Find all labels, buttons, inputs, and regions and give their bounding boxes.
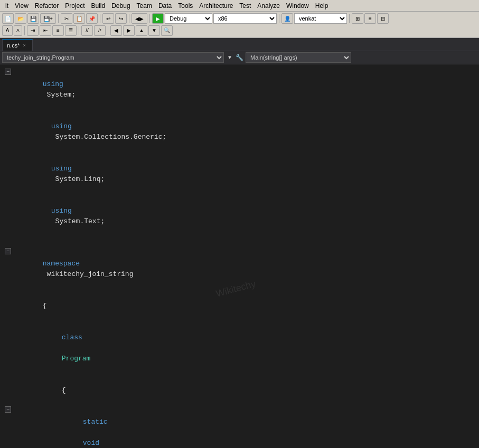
uncomment-btn[interactable]: /* [94,25,106,36]
class-nav-dropdown[interactable]: techy_join_string.Program [2,52,224,63]
nav-bar: techy_join_string.Program ▼ 🔧 Main(strin… [0,51,479,64]
menu-project[interactable]: Project [62,1,88,11]
toolbar-area: 📄 📂 💾 💾+ ✂ 📋 📌 ↩ ↪ ◀▶ ▶ Debug x86 👤 venk… [0,12,479,38]
code-line-1: − using System; [0,69,479,111]
brace-open-class: { [62,386,66,394]
indent-btn[interactable]: ⇥ [27,25,39,36]
format-btn-1[interactable]: ≡ [52,25,64,36]
line-content-1: using System; [16,69,479,111]
menu-help[interactable]: Help [312,1,332,11]
separator-4 [149,14,150,23]
menu-window[interactable]: Window [283,1,312,11]
active-tab[interactable]: n.cs* × [2,39,33,51]
menu-test[interactable]: Test [236,1,254,11]
nav-back-button[interactable]: ◀▶ [132,13,147,24]
collapse-btn-6[interactable]: − [5,248,11,254]
extra-btn-3[interactable]: ⊟ [377,13,389,24]
line-content-3: using System.Linq; [16,153,479,195]
menu-view[interactable]: View [12,1,32,11]
code-line-4: using System.Text; [0,195,479,237]
new-file-button[interactable]: 📄 [2,13,14,24]
separator-3 [129,14,129,23]
outdent-btn[interactable]: ⇤ [40,25,51,36]
line-content-2: using System.Collections.Generic; [16,111,479,153]
nav-arrow: ▼ [226,54,233,62]
profile-icon[interactable]: 👤 [281,13,293,24]
menu-data[interactable]: Data [155,1,175,11]
separator-1 [58,14,59,23]
brace-open-ns: { [43,302,47,310]
comment-btn[interactable]: // [81,25,93,36]
cut-button[interactable]: ✂ [61,13,72,24]
code-line-2: using System.Collections.Generic; [0,111,479,153]
platform-dropdown[interactable]: x86 [213,13,277,24]
collapse-btn-10[interactable]: − [5,406,11,413]
line-content-10: static void Main( string [] args) [16,406,479,448]
save-all-button[interactable]: 💾+ [40,13,56,24]
separator-7 [24,26,25,35]
space-8 [62,344,66,352]
undo-button[interactable]: ↩ [102,13,114,24]
format-btn-2[interactable]: ≣ [65,25,77,36]
ns-text: System.Text; [51,217,105,225]
save-button[interactable]: 💾 [27,13,39,24]
menu-build[interactable]: Build [88,1,109,11]
member-nav-dropdown[interactable]: Main(string[] args) [246,52,351,63]
redo-button[interactable]: ↪ [115,13,127,24]
toolbar-row-2: A A ⇥ ⇤ ≡ ≣ // /* ◀ ▶ ▲ ▼ 🔍 [2,25,477,37]
tab-close-button[interactable]: × [23,43,25,48]
kw-using-2: using [51,122,72,130]
code-line-3: using System.Linq; [0,153,479,195]
font-small-btn[interactable]: A [14,25,22,36]
paste-button[interactable]: 📌 [86,13,98,24]
kw-using-3: using [51,165,72,173]
open-file-button[interactable]: 📂 [15,13,26,24]
collapse-btn-1[interactable]: − [5,69,11,75]
menu-bar: it View Refactor Project Build Debug Tea… [0,0,479,12]
extra-btn-2[interactable]: ≡ [364,13,376,24]
ns-collections: System.Collections.Generic; [51,133,166,141]
menu-analyze[interactable]: Analyze [254,1,283,11]
debug-dropdown[interactable]: Debug [165,13,212,24]
menu-team[interactable]: Team [134,1,155,11]
separator-9 [108,26,108,35]
code-line-9: { [0,375,479,406]
extra-btn-1[interactable]: ⊞ [352,13,363,24]
tab-bar: n.cs* × [0,38,479,51]
code-line-8: class Program [0,322,479,375]
code-line-10: − static void Main( string [] args) [0,406,479,448]
menu-it[interactable]: it [2,1,12,11]
gutter-10: − [0,406,16,413]
ns-name: wikitechy_join_string [43,270,134,278]
code-line-5 [0,237,479,248]
font-btn[interactable]: A [2,25,13,36]
tab-filename: n.cs* [7,42,20,49]
editor-area[interactable]: − using System; using System.Collections… [0,64,479,448]
line-content-6: namespace wikitechy_join_string [16,248,479,290]
line-content-5 [16,237,479,248]
menu-architecture[interactable]: Architecture [196,1,236,11]
nav-next-btn[interactable]: ▶ [123,25,135,36]
menu-refactor[interactable]: Refactor [32,1,62,11]
separator-5 [279,14,279,23]
kw-static: static [83,418,108,426]
class-program: Program [62,355,91,363]
copy-button[interactable]: 📋 [73,13,85,24]
nav-down-btn[interactable]: ▼ [148,25,160,36]
sp-10a [83,428,87,436]
nav-prev-btn[interactable]: ◀ [110,25,122,36]
play-button[interactable]: ▶ [152,13,164,24]
user-dropdown[interactable]: venkat [294,13,347,24]
nav-up-btn[interactable]: ▲ [136,25,147,36]
gutter-6: − [0,248,16,254]
code-line-6: − namespace wikitechy_join_string [0,248,479,290]
gutter-1: − [0,69,16,75]
menu-tools[interactable]: Tools [175,1,196,11]
separator-8 [79,26,79,35]
menu-debug[interactable]: Debug [108,1,133,11]
kw-using-1: using [43,80,63,88]
search-btn[interactable]: 🔍 [161,25,173,36]
ns-linq: System.Linq; [51,175,105,183]
toolbar-row-1: 📄 📂 💾 💾+ ✂ 📋 📌 ↩ ↪ ◀▶ ▶ Debug x86 👤 venk… [2,13,477,25]
separator-6 [349,14,350,23]
